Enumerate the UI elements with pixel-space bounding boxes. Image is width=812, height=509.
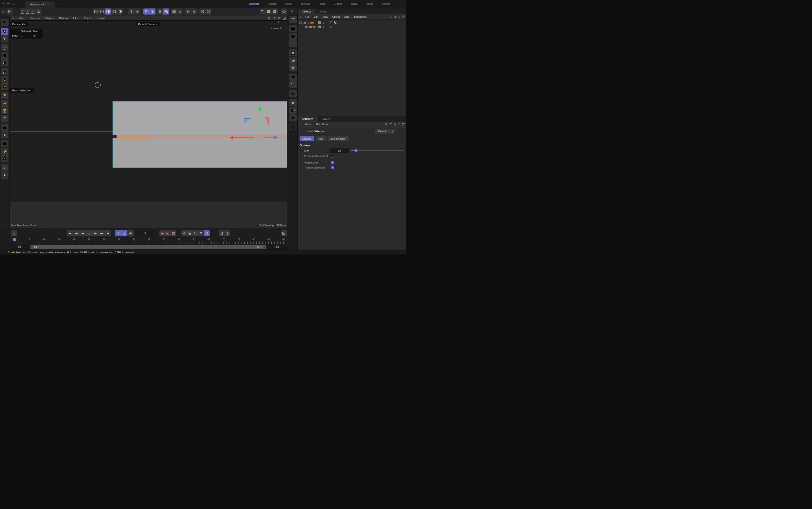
text-object-button[interactable]	[289, 40, 297, 47]
om-filter-icon[interactable]	[397, 15, 400, 18]
polygon-reduction-tool[interactable]	[1, 155, 8, 162]
snap-toggle-icon[interactable]	[143, 8, 149, 14]
edges-mode-button[interactable]	[99, 8, 105, 14]
viewport-hamburger-icon[interactable]: ≡	[9, 16, 16, 20]
viewport-menu-panel[interactable]: Panel	[81, 17, 93, 20]
falloff-icon[interactable]	[171, 8, 177, 14]
prev-frame-button[interactable]: ◀▮	[79, 230, 86, 236]
key-pla-toggle[interactable]	[204, 230, 210, 236]
inner-extrude-tool[interactable]	[1, 100, 8, 107]
close-tab-icon[interactable]: ×	[48, 3, 50, 6]
visibility-dots-icon[interactable]	[322, 25, 325, 28]
next-frame-button[interactable]: ▮▶	[92, 230, 99, 236]
gizmo-y-arrowhead[interactable]	[258, 105, 262, 110]
visibility-dots-icon[interactable]	[322, 21, 325, 24]
viewport-menu-display[interactable]: Display	[43, 17, 57, 20]
goto-start-button[interactable]: ▮◀	[67, 230, 73, 236]
key-parameter-toggle[interactable]	[198, 230, 204, 236]
dolly-view-icon[interactable]	[273, 16, 276, 20]
viewport-menu-redshift[interactable]: Redshift	[93, 17, 108, 20]
attr-forward-icon[interactable]: →	[378, 123, 381, 126]
object-name[interactable]: Cube	[308, 21, 314, 24]
sound-toggle[interactable]	[127, 230, 134, 236]
editable-toggle-icon[interactable]	[318, 25, 321, 28]
layout-tab-script[interactable]: Script	[366, 1, 374, 7]
chevron-down-icon[interactable]: ▾	[390, 129, 395, 134]
playhead[interactable]	[13, 238, 16, 241]
viewport-menu-filter[interactable]: Filter	[70, 17, 81, 20]
enabled-check-icon[interactable]: ✓	[330, 25, 332, 29]
render-settings-button[interactable]	[272, 8, 278, 14]
axis-lock-z-button[interactable]: Z	[30, 8, 35, 14]
tab-takes[interactable]: Takes	[315, 9, 331, 14]
attr-search-icon[interactable]	[385, 123, 388, 126]
fcurve-mode-button[interactable]	[281, 230, 287, 236]
size-slider-knob[interactable]	[355, 149, 358, 152]
mograph-object-button[interactable]	[289, 90, 297, 97]
viewport[interactable]: Perspective SelectedTotal Polys422 Defau…	[9, 21, 287, 228]
tab-layers[interactable]: Layers	[318, 116, 334, 122]
layout-tab-track[interactable]: Track	[350, 1, 358, 7]
move-tool[interactable]	[1, 44, 8, 51]
visible-only-checkbox[interactable]: ✓	[331, 161, 334, 164]
attr-target-icon[interactable]	[397, 123, 400, 126]
layout-tab-groom[interactable]: Groom	[333, 1, 342, 7]
light-object-button[interactable]	[289, 99, 297, 106]
tab-objects[interactable]: Objects	[298, 9, 315, 14]
om-popout-icon[interactable]	[402, 15, 405, 18]
spline-primitive-button[interactable]	[289, 25, 297, 32]
primitive-cube-button[interactable]	[289, 33, 297, 40]
pan-view-icon[interactable]	[268, 16, 271, 20]
live-selection-tool[interactable]	[1, 28, 8, 35]
volume-tool[interactable]	[1, 147, 8, 155]
key-scale-toggle[interactable]	[193, 230, 198, 236]
goto-end-button[interactable]: ▶▮	[105, 230, 111, 236]
cube-bottom-slab[interactable]	[112, 138, 287, 168]
smooth-shift-tool[interactable]	[1, 107, 8, 114]
content-browser-button[interactable]	[7, 8, 13, 14]
attr-lock-icon[interactable]	[393, 123, 396, 126]
mouse-rotate-toggle[interactable]	[224, 230, 230, 236]
layout-tab-paint[interactable]: Paint	[318, 1, 325, 7]
play-button[interactable]: ▷	[86, 230, 92, 236]
viewport-menu-view[interactable]: View	[16, 17, 27, 20]
axis-lock-x-button[interactable]: X	[20, 8, 25, 14]
axis-lock-y-button[interactable]: Y	[25, 8, 30, 14]
om-menu-edit[interactable]: Edit	[312, 15, 320, 18]
timeline-grip[interactable]	[9, 229, 287, 230]
next-key-button[interactable]: ▶◆	[99, 230, 105, 236]
range-start-field[interactable]: 0 F	[11, 245, 29, 249]
size-input[interactable]: 10	[330, 148, 349, 153]
points-mode-button[interactable]	[93, 8, 99, 14]
undo-icon[interactable]: ↶	[2, 2, 5, 6]
om-menu-tags[interactable]: Tags	[342, 15, 352, 18]
redo-icon[interactable]: ↷	[7, 2, 10, 6]
symmetry-settings-icon[interactable]: ⚙	[191, 8, 197, 14]
falloff-settings-icon[interactable]: ⚙	[177, 8, 183, 14]
workplane-icon[interactable]	[128, 8, 134, 14]
layout-tab-sculpt[interactable]: Sculpt	[284, 1, 293, 7]
quantize-toggle-icon[interactable]	[163, 8, 169, 14]
om-menu-view[interactable]: View	[320, 15, 330, 18]
knife-tool[interactable]	[1, 140, 8, 147]
timeline-ticks[interactable]	[14, 242, 284, 244]
om-menu-file[interactable]: File	[303, 15, 312, 18]
add-keyframe-button[interactable]: ◇	[11, 230, 17, 236]
weight-tool[interactable]	[1, 131, 8, 138]
left-palette-grip[interactable]	[3, 16, 6, 18]
home-icon[interactable]: ⌂	[13, 1, 15, 6]
gizmo-y-axis[interactable]	[260, 110, 260, 130]
section-tab-axis[interactable]: Axis	[316, 136, 326, 141]
model-mode-button[interactable]	[111, 8, 117, 14]
gizmo-z-arrowhead[interactable]	[275, 136, 278, 139]
rectangle-selection-tool[interactable]	[1, 35, 8, 42]
coordinate-system-button[interactable]	[35, 8, 42, 14]
snap-settings-icon[interactable]: ⚙	[149, 8, 155, 14]
key-position-toggle[interactable]	[181, 230, 187, 236]
section-tab-soft-selection[interactable]: Soft Selection	[327, 136, 349, 141]
polygons-mode-button[interactable]	[105, 8, 111, 14]
record-keyframe-button[interactable]	[159, 230, 165, 236]
om-menu-bookmarks[interactable]: Bookmarks	[352, 15, 368, 18]
matrix-extrude-tool[interactable]	[1, 115, 8, 122]
status-hamburger-icon[interactable]: ≡	[2, 250, 4, 254]
